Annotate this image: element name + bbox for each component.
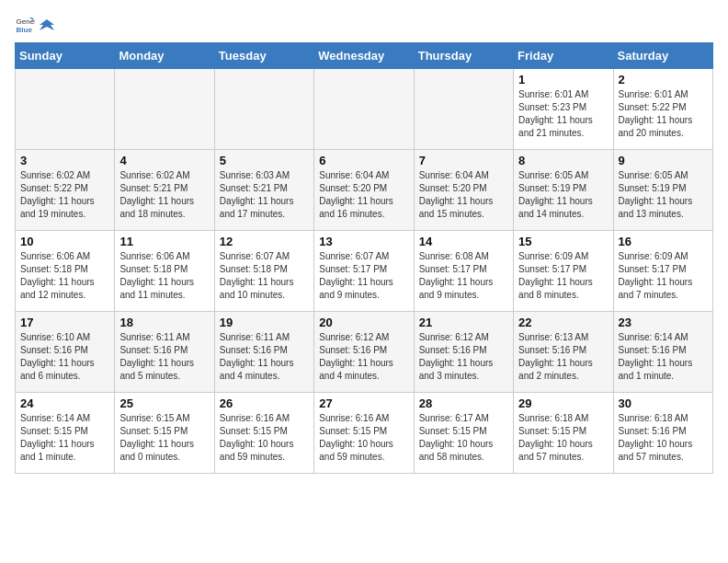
day-info: Sunrise: 6:07 AM Sunset: 5:18 PM Dayligh…	[220, 250, 309, 302]
day-info: Sunrise: 6:06 AM Sunset: 5:18 PM Dayligh…	[20, 250, 109, 302]
day-number: 24	[20, 396, 109, 410]
day-number: 25	[119, 396, 209, 410]
day-info: Sunrise: 6:08 AM Sunset: 5:17 PM Dayligh…	[419, 250, 508, 302]
day-info: Sunrise: 6:16 AM Sunset: 5:15 PM Dayligh…	[319, 412, 408, 464]
day-info: Sunrise: 6:16 AM Sunset: 5:15 PM Dayligh…	[220, 412, 309, 464]
week-row-2: 3Sunrise: 6:02 AM Sunset: 5:22 PM Daylig…	[16, 150, 713, 231]
week-row-4: 17Sunrise: 6:10 AM Sunset: 5:16 PM Dayli…	[16, 312, 713, 393]
column-header-thursday: Thursday	[414, 43, 513, 69]
day-cell: 30Sunrise: 6:18 AM Sunset: 5:16 PM Dayli…	[613, 393, 712, 474]
day-cell: 23Sunrise: 6:14 AM Sunset: 5:16 PM Dayli…	[613, 312, 712, 393]
day-cell: 13Sunrise: 6:07 AM Sunset: 5:17 PM Dayli…	[314, 231, 414, 312]
day-info: Sunrise: 6:01 AM Sunset: 5:23 PM Dayligh…	[518, 88, 608, 140]
day-cell: 29Sunrise: 6:18 AM Sunset: 5:15 PM Dayli…	[514, 393, 613, 474]
calendar-table: SundayMondayTuesdayWednesdayThursdayFrid…	[15, 42, 713, 474]
day-number: 30	[619, 396, 708, 410]
column-header-saturday: Saturday	[613, 43, 712, 69]
day-info: Sunrise: 6:11 AM Sunset: 5:16 PM Dayligh…	[119, 331, 209, 383]
day-cell: 20Sunrise: 6:12 AM Sunset: 5:16 PM Dayli…	[314, 312, 414, 393]
column-header-sunday: Sunday	[16, 43, 115, 69]
day-number: 28	[419, 396, 508, 410]
day-cell: 8Sunrise: 6:05 AM Sunset: 5:19 PM Daylig…	[514, 150, 613, 231]
day-number: 21	[419, 316, 508, 329]
day-info: Sunrise: 6:04 AM Sunset: 5:20 PM Dayligh…	[319, 169, 408, 221]
day-number: 27	[319, 396, 408, 410]
week-row-5: 24Sunrise: 6:14 AM Sunset: 5:15 PM Dayli…	[16, 393, 713, 474]
day-cell: 25Sunrise: 6:15 AM Sunset: 5:15 PM Dayli…	[115, 393, 214, 474]
day-cell: 4Sunrise: 6:02 AM Sunset: 5:21 PM Daylig…	[115, 150, 214, 231]
day-cell: 26Sunrise: 6:16 AM Sunset: 5:15 PM Dayli…	[214, 393, 313, 474]
day-cell	[314, 69, 414, 150]
svg-marker-3	[40, 19, 54, 30]
day-number: 2	[619, 73, 708, 86]
day-info: Sunrise: 6:09 AM Sunset: 5:17 PM Dayligh…	[518, 250, 608, 302]
day-cell: 1Sunrise: 6:01 AM Sunset: 5:23 PM Daylig…	[514, 69, 613, 150]
day-info: Sunrise: 6:17 AM Sunset: 5:15 PM Dayligh…	[419, 412, 508, 464]
day-number: 15	[518, 235, 608, 248]
day-cell: 19Sunrise: 6:11 AM Sunset: 5:16 PM Dayli…	[214, 312, 313, 393]
day-cell: 2Sunrise: 6:01 AM Sunset: 5:22 PM Daylig…	[613, 69, 712, 150]
day-cell	[214, 69, 313, 150]
day-cell	[115, 69, 214, 150]
day-info: Sunrise: 6:06 AM Sunset: 5:18 PM Dayligh…	[119, 250, 209, 302]
day-info: Sunrise: 6:05 AM Sunset: 5:19 PM Dayligh…	[619, 169, 708, 221]
day-number: 17	[20, 316, 109, 329]
day-cell: 10Sunrise: 6:06 AM Sunset: 5:18 PM Dayli…	[16, 231, 115, 312]
day-info: Sunrise: 6:12 AM Sunset: 5:16 PM Dayligh…	[319, 331, 408, 383]
column-header-wednesday: Wednesday	[314, 43, 414, 69]
day-info: Sunrise: 6:14 AM Sunset: 5:16 PM Dayligh…	[619, 331, 708, 383]
day-cell: 18Sunrise: 6:11 AM Sunset: 5:16 PM Dayli…	[115, 312, 214, 393]
day-cell: 16Sunrise: 6:09 AM Sunset: 5:17 PM Dayli…	[613, 231, 712, 312]
day-cell: 9Sunrise: 6:05 AM Sunset: 5:19 PM Daylig…	[613, 150, 712, 231]
day-info: Sunrise: 6:02 AM Sunset: 5:22 PM Dayligh…	[20, 169, 109, 221]
header-row: SundayMondayTuesdayWednesdayThursdayFrid…	[16, 43, 713, 69]
day-number: 26	[220, 396, 309, 410]
day-number: 5	[220, 154, 309, 167]
week-row-3: 10Sunrise: 6:06 AM Sunset: 5:18 PM Dayli…	[16, 231, 713, 312]
logo: General Blue	[15, 15, 55, 35]
day-cell: 7Sunrise: 6:04 AM Sunset: 5:20 PM Daylig…	[414, 150, 513, 231]
day-number: 1	[518, 73, 608, 86]
day-info: Sunrise: 6:07 AM Sunset: 5:17 PM Dayligh…	[319, 250, 408, 302]
day-cell: 11Sunrise: 6:06 AM Sunset: 5:18 PM Dayli…	[115, 231, 214, 312]
day-number: 13	[319, 235, 408, 248]
logo-icon: General Blue	[15, 15, 35, 35]
day-cell: 22Sunrise: 6:13 AM Sunset: 5:16 PM Dayli…	[514, 312, 613, 393]
day-number: 10	[20, 235, 109, 248]
day-number: 23	[619, 316, 708, 329]
day-info: Sunrise: 6:10 AM Sunset: 5:16 PM Dayligh…	[20, 331, 109, 383]
day-cell: 27Sunrise: 6:16 AM Sunset: 5:15 PM Dayli…	[314, 393, 414, 474]
day-number: 22	[518, 316, 608, 329]
day-number: 18	[119, 316, 209, 329]
column-header-friday: Friday	[514, 43, 613, 69]
day-cell	[16, 69, 115, 150]
day-number: 6	[319, 154, 408, 167]
day-number: 4	[119, 154, 209, 167]
day-cell: 6Sunrise: 6:04 AM Sunset: 5:20 PM Daylig…	[314, 150, 414, 231]
day-number: 14	[419, 235, 508, 248]
day-cell: 3Sunrise: 6:02 AM Sunset: 5:22 PM Daylig…	[16, 150, 115, 231]
day-cell: 24Sunrise: 6:14 AM Sunset: 5:15 PM Dayli…	[16, 393, 115, 474]
day-number: 8	[518, 154, 608, 167]
day-info: Sunrise: 6:01 AM Sunset: 5:22 PM Dayligh…	[619, 88, 708, 140]
day-number: 16	[619, 235, 708, 248]
logo-bird-icon	[40, 17, 54, 32]
day-cell: 28Sunrise: 6:17 AM Sunset: 5:15 PM Dayli…	[414, 393, 513, 474]
day-number: 9	[619, 154, 708, 167]
day-info: Sunrise: 6:09 AM Sunset: 5:17 PM Dayligh…	[619, 250, 708, 302]
day-number: 11	[119, 235, 209, 248]
day-number: 12	[220, 235, 309, 248]
day-cell: 17Sunrise: 6:10 AM Sunset: 5:16 PM Dayli…	[16, 312, 115, 393]
day-number: 3	[20, 154, 109, 167]
day-info: Sunrise: 6:18 AM Sunset: 5:16 PM Dayligh…	[619, 412, 708, 464]
day-cell: 21Sunrise: 6:12 AM Sunset: 5:16 PM Dayli…	[414, 312, 513, 393]
day-cell	[414, 69, 513, 150]
day-cell: 15Sunrise: 6:09 AM Sunset: 5:17 PM Dayli…	[514, 231, 613, 312]
day-cell: 5Sunrise: 6:03 AM Sunset: 5:21 PM Daylig…	[214, 150, 313, 231]
day-number: 19	[220, 316, 309, 329]
day-number: 20	[319, 316, 408, 329]
week-row-1: 1Sunrise: 6:01 AM Sunset: 5:23 PM Daylig…	[16, 69, 713, 150]
day-info: Sunrise: 6:15 AM Sunset: 5:15 PM Dayligh…	[119, 412, 209, 464]
day-info: Sunrise: 6:12 AM Sunset: 5:16 PM Dayligh…	[419, 331, 508, 383]
day-info: Sunrise: 6:03 AM Sunset: 5:21 PM Dayligh…	[220, 169, 309, 221]
